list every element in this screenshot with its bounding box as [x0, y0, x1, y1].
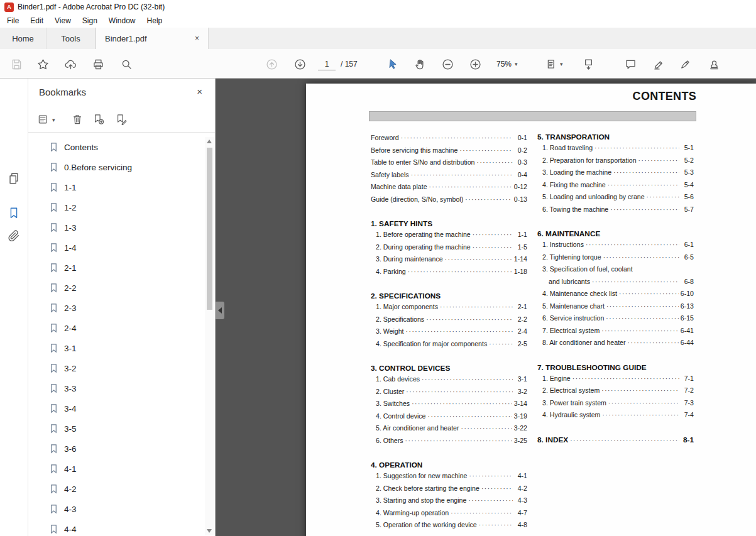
toc-section-header: 8. INDEX8-1	[537, 435, 694, 446]
bookmark-item[interactable]: 3-2	[28, 358, 205, 378]
save-icon	[10, 58, 23, 71]
toc-entry: 1. Instructions6-1	[537, 239, 694, 251]
menu-window[interactable]: Window	[103, 14, 141, 28]
scroll-down-icon[interactable]	[207, 529, 212, 533]
minus-circle-icon	[441, 58, 454, 71]
bookmark-label: 0.Before servicing	[64, 163, 132, 172]
toc-entry: 4. Warming-up operation4-7	[371, 507, 527, 520]
toc-section-header: 1. SAFETY HINTS	[371, 219, 527, 229]
menu-sign[interactable]: Sign	[77, 14, 103, 28]
attachments-panel-button[interactable]	[7, 229, 21, 244]
bookmark-goto-button[interactable]	[114, 112, 129, 127]
menu-edit[interactable]: Edit	[25, 14, 49, 28]
toc-entry: 2. Cluster3-2	[371, 386, 527, 398]
stamp-tool-button[interactable]	[706, 57, 721, 72]
page-thumbnails-button[interactable]	[7, 172, 21, 186]
bookmark-item[interactable]: 1-4	[28, 238, 205, 258]
bookmark-item-icon	[49, 323, 58, 334]
tab-close-icon[interactable]: ×	[195, 34, 199, 43]
scroll-mode-button[interactable]	[582, 57, 595, 72]
toc-entry: 2. During operating the machine1-5	[371, 241, 527, 254]
tab-document[interactable]: Binder1.pdf ×	[96, 28, 209, 49]
bookmark-item[interactable]: 2-4	[28, 318, 205, 338]
delete-bookmark-button[interactable]	[70, 112, 85, 127]
bookmark-item-icon	[49, 182, 58, 193]
toc-entry: 6. Towing the machine5-7	[537, 204, 694, 216]
bookmark-item[interactable]: 1-3	[28, 217, 205, 238]
bookmark-item[interactable]: 4-4	[28, 519, 205, 536]
magnifier-icon	[120, 58, 133, 71]
star-button[interactable]	[35, 57, 50, 72]
panel-close-icon[interactable]: ×	[197, 86, 202, 97]
pages-icon	[7, 172, 21, 185]
zoom-level-dropdown[interactable]: 75% ▾	[496, 57, 518, 72]
toc-section: 4. OPERATION1. Suggestion for new machin…	[371, 460, 527, 532]
bookmark-item-icon	[49, 343, 58, 354]
zoom-in-button[interactable]	[468, 57, 483, 72]
chevron-down-icon: ▾	[52, 117, 55, 123]
bookmark-item-icon	[49, 243, 58, 253]
bookmarks-panel-button[interactable]	[7, 206, 21, 221]
menu-view[interactable]: View	[49, 14, 77, 28]
bookmark-options-button[interactable]	[36, 112, 51, 127]
next-page-button[interactable]	[292, 57, 307, 72]
menu-help[interactable]: Help	[141, 14, 168, 28]
bookmark-item[interactable]: 4-2	[28, 479, 205, 499]
bookmark-item[interactable]: 0.Before servicing	[28, 157, 205, 177]
bookmark-item-icon	[49, 202, 58, 213]
chevron-down-icon: ▾	[560, 61, 563, 67]
print-button[interactable]	[90, 57, 106, 72]
toc-entry: 4. Control device3-19	[371, 410, 527, 423]
page-display-dropdown[interactable]: ▾	[545, 57, 563, 72]
toc-entry: Table to enter S/No and distribution0-3	[371, 156, 527, 169]
new-bookmark-button[interactable]	[91, 112, 106, 127]
search-button[interactable]	[119, 57, 134, 72]
toc-entry: 6. Service instruction6-15	[537, 312, 694, 325]
highlight-tool-button[interactable]	[651, 57, 666, 72]
bookmark-item[interactable]: 1-1	[28, 177, 205, 197]
bookmark-item[interactable]: 4-3	[28, 499, 205, 519]
bookmark-item[interactable]: Contents	[28, 137, 205, 157]
toc-entry: 4. Hydraulic system7-4	[537, 409, 694, 422]
toc-entry: 6. Others3-25	[371, 435, 527, 447]
bookmark-item[interactable]: 3-1	[28, 338, 205, 358]
star-icon	[36, 58, 50, 71]
share-cloud-button[interactable]	[63, 57, 78, 72]
bookmark-item[interactable]: 3-5	[28, 418, 205, 439]
page-number-input[interactable]: 1	[318, 58, 336, 70]
tab-tools[interactable]: Tools	[47, 28, 96, 49]
toc-entry: 2. Preparation for transportation5-2	[537, 155, 694, 167]
save-button[interactable]	[9, 57, 24, 72]
toc-entry: 1. Suggestion for new machine4-1	[371, 470, 527, 483]
scrollbar-thumb[interactable]	[207, 148, 212, 310]
bookmark-item[interactable]: 3-4	[28, 398, 205, 418]
bookmark-item-icon	[49, 263, 58, 273]
comment-tool-button[interactable]	[623, 57, 638, 72]
hand-tool-button[interactable]	[412, 57, 427, 72]
left-rail	[0, 79, 28, 536]
toc-section-header: 4. OPERATION	[371, 460, 527, 470]
bookmark-item[interactable]: 1-2	[28, 197, 205, 217]
bookmark-item[interactable]: 4-1	[28, 459, 205, 479]
menu-file[interactable]: File	[1, 14, 25, 28]
sign-tool-button[interactable]	[677, 57, 693, 72]
scroll-up-icon[interactable]	[207, 139, 212, 143]
bookmark-label: 2-4	[64, 324, 77, 333]
tab-home[interactable]: Home	[0, 28, 47, 49]
bookmark-item[interactable]: 3-3	[28, 378, 205, 398]
select-tool-button[interactable]	[385, 57, 400, 72]
toc-entry: 3. Weight2-4	[371, 325, 527, 338]
toc-entry: 3. Power train system7-3	[537, 397, 694, 410]
toc-entry: Safety labels0-4	[371, 169, 527, 182]
bookmark-label: 4-3	[64, 505, 77, 514]
bookmarks-scrollbar[interactable]	[205, 137, 214, 535]
bookmark-item[interactable]: 2-2	[28, 278, 205, 298]
bookmark-item[interactable]: 2-1	[28, 258, 205, 278]
zoom-out-button[interactable]	[440, 57, 455, 72]
plus-circle-icon	[469, 58, 482, 71]
bookmark-item[interactable]: 2-3	[28, 298, 205, 318]
toc-entry: 2. Electrical system7-2	[537, 385, 694, 397]
previous-page-button[interactable]	[264, 57, 279, 72]
bookmark-item[interactable]: 3-6	[28, 439, 205, 459]
collapse-panel-button[interactable]	[216, 302, 224, 319]
